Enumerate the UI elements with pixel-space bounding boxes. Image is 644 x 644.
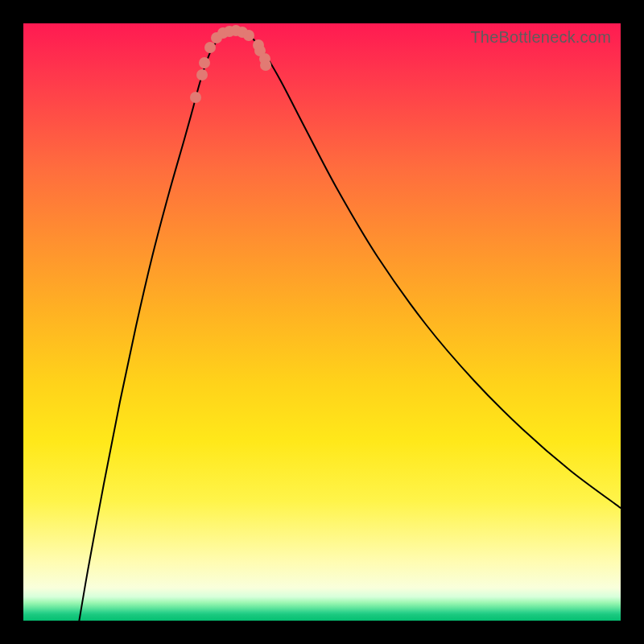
chart-frame: TheBottleneck.com bbox=[0, 0, 644, 644]
curve-markers bbox=[190, 25, 271, 103]
curve-marker bbox=[260, 60, 271, 71]
curve-marker bbox=[196, 69, 208, 80]
curve-marker bbox=[199, 57, 210, 68]
curve-layer bbox=[23, 23, 621, 621]
plot-area: TheBottleneck.com bbox=[23, 23, 621, 621]
curve-marker bbox=[243, 30, 254, 41]
bottleneck-curve bbox=[76, 30, 621, 637]
curve-marker bbox=[204, 42, 216, 53]
curve-marker bbox=[190, 92, 201, 103]
